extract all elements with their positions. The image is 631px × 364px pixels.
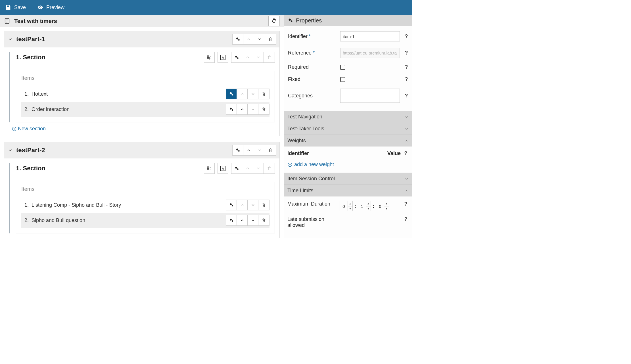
rubric-icon	[206, 55, 212, 60]
max-duration-label: Maximum Duration	[287, 201, 340, 207]
section-move-down-button	[253, 163, 264, 173]
item-delete-button[interactable]	[258, 104, 269, 114]
help-button[interactable]: ?	[404, 93, 409, 99]
item-move-down-button[interactable]	[248, 200, 258, 210]
trash-icon	[261, 107, 266, 112]
chevron-down-icon	[405, 177, 409, 181]
gears-icon	[229, 202, 234, 208]
accordion-item-session-control[interactable]: Item Session Control	[284, 173, 412, 185]
save-button[interactable]: Save	[5, 4, 26, 11]
help-button[interactable]: ?	[404, 64, 409, 70]
item-delete-button[interactable]	[258, 200, 269, 210]
spin-up[interactable]: ▲	[348, 201, 352, 206]
properties-panel: Properties Identifier* ? Reference* ? Re…	[284, 15, 412, 238]
item-settings-button[interactable]	[226, 215, 237, 225]
gears-icon	[235, 147, 241, 153]
item-row[interactable]: 1. Listening Comp - Sipho and Buli - Sto…	[21, 197, 269, 213]
help-button[interactable]: ?	[404, 50, 409, 56]
accordion-test-navigation[interactable]: Test Navigation	[284, 111, 412, 123]
test-settings-button[interactable]	[268, 16, 280, 26]
required-checkbox[interactable]	[340, 65, 345, 70]
item-settings-button[interactable]	[226, 200, 237, 210]
svg-point-32	[230, 203, 232, 205]
accordion-test-taker-tools[interactable]: Test-Taker Tools	[284, 123, 412, 135]
item-move-down-button[interactable]	[248, 215, 258, 225]
trash-icon	[261, 202, 266, 208]
section-text-button[interactable]: A	[218, 163, 228, 174]
letter-a-icon: A	[220, 166, 226, 171]
chevron-down-icon	[251, 92, 255, 96]
add-weight-button[interactable]: add a new weight	[287, 162, 409, 168]
item-delete-button[interactable]	[258, 89, 269, 99]
item-row[interactable]: 2. Sipho and Buli question	[21, 213, 269, 228]
item-row[interactable]: 1. Hottext	[21, 86, 269, 102]
gears-icon	[271, 18, 277, 24]
categories-input[interactable]	[340, 89, 400, 103]
svg-point-18	[231, 109, 233, 111]
item-row[interactable]: 2. Order interaction	[21, 102, 269, 117]
item-index: 2.	[21, 217, 29, 223]
item-delete-button[interactable]	[258, 215, 269, 225]
chevron-down-icon	[257, 148, 262, 152]
editor-main: Test with timers testPart-1	[0, 15, 284, 238]
item-move-up-button[interactable]	[237, 215, 248, 225]
chevron-down-icon[interactable]	[8, 37, 13, 42]
part-move-up-button[interactable]	[243, 145, 254, 155]
spin-down[interactable]: ▼	[348, 206, 352, 211]
spin-up[interactable]: ▲	[384, 201, 389, 206]
help-button[interactable]: ?	[403, 150, 409, 156]
part-delete-button[interactable]	[265, 34, 276, 44]
part-settings-button[interactable]	[233, 145, 243, 155]
item-settings-button[interactable]	[226, 104, 237, 114]
help-button[interactable]: ?	[403, 201, 409, 207]
section-settings-button[interactable]	[231, 52, 242, 62]
gears-icon	[234, 166, 240, 171]
fixed-label: Fixed	[288, 76, 340, 82]
help-button[interactable]: ?	[404, 34, 409, 39]
section-rubric-button[interactable]	[204, 52, 215, 63]
item-move-down-button[interactable]	[248, 89, 258, 99]
preview-label: Preview	[46, 5, 64, 11]
section-settings-button[interactable]	[231, 163, 242, 173]
section-text-button[interactable]: A	[218, 52, 228, 63]
item-name: Sipho and Buli question	[32, 217, 226, 223]
help-button[interactable]: ?	[403, 216, 409, 222]
svg-point-33	[231, 205, 233, 206]
duration-minutes-input[interactable]: 1▲▼	[358, 201, 371, 211]
accordion-weights[interactable]: Weights	[284, 135, 412, 147]
fixed-checkbox[interactable]	[340, 77, 345, 82]
gears-icon	[287, 17, 294, 24]
identifier-input[interactable]	[340, 31, 400, 41]
new-section-button[interactable]: New section	[9, 125, 275, 133]
chevron-down-icon	[405, 115, 409, 119]
item-settings-button[interactable]	[226, 89, 237, 99]
duration-hours-input[interactable]: 0▲▼	[340, 201, 353, 211]
items-container: Items 1. Hottext	[16, 71, 275, 122]
item-index: 1.	[21, 202, 29, 208]
svg-point-30	[235, 167, 237, 169]
section-move-down-button	[253, 52, 264, 62]
chevron-down-icon[interactable]	[8, 148, 13, 153]
new-section-label: New section	[18, 126, 46, 132]
accordion-label: Weights	[287, 138, 306, 144]
chevron-down-icon	[256, 166, 261, 171]
section-rubric-button[interactable]	[204, 163, 215, 174]
svg-point-22	[236, 148, 238, 150]
spin-down[interactable]: ▼	[384, 206, 389, 211]
part-move-down-button[interactable]	[254, 34, 265, 44]
spin-down[interactable]: ▼	[366, 206, 371, 211]
part-settings-button[interactable]	[233, 34, 243, 44]
spin-up[interactable]: ▲	[366, 201, 371, 206]
reference-label: Reference	[288, 50, 312, 56]
duration-seconds-input[interactable]: 0▲▼	[376, 201, 389, 211]
help-button[interactable]: ?	[404, 76, 409, 82]
gears-icon	[235, 36, 241, 42]
svg-point-13	[235, 56, 237, 58]
item-move-up-button[interactable]	[237, 104, 248, 114]
weights-col-value: Value	[387, 150, 401, 156]
accordion-time-limits[interactable]: Time Limits	[284, 185, 412, 196]
preview-button[interactable]: Preview	[37, 4, 64, 11]
part-delete-button[interactable]	[265, 145, 276, 155]
save-icon	[5, 4, 11, 11]
part-toolbar	[232, 145, 276, 156]
